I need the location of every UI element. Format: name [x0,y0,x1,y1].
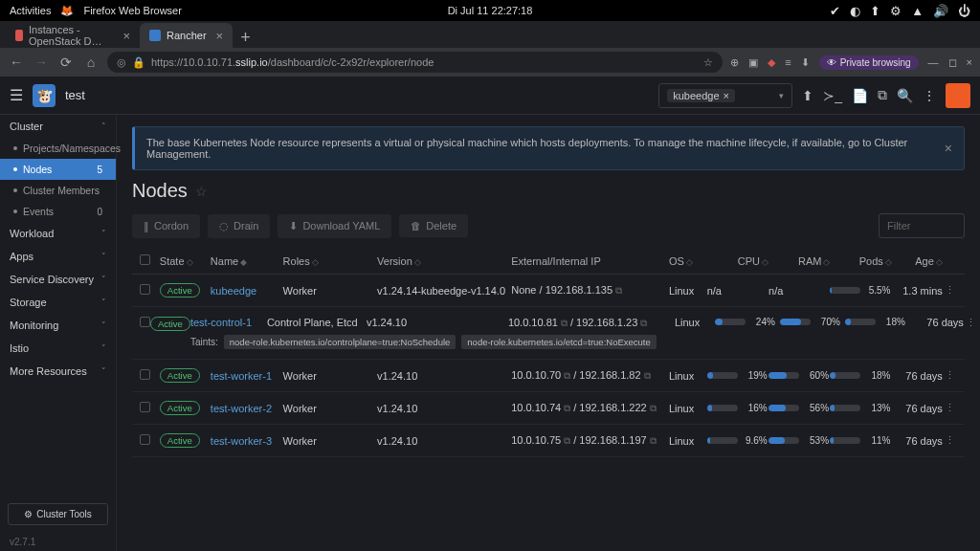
filter-input[interactable]: Filter [879,213,965,238]
sidebar-section-cluster[interactable]: Cluster˄ [0,115,116,138]
tray-icon[interactable]: 🔊 [933,4,948,18]
delete-button[interactable]: 🗑Delete [399,214,468,237]
kebab-icon[interactable]: ⋮ [923,88,936,103]
usage-bar [715,319,746,325]
col-version[interactable]: Version◇ [377,255,511,267]
copy-icon[interactable]: ⧉ [640,318,647,328]
home-button[interactable]: ⌂ [82,55,100,70]
breadcrumb[interactable]: test [65,88,85,102]
favorite-star-icon[interactable]: ☆ [195,184,208,199]
reload-button[interactable]: ⟳ [57,55,75,70]
tray-icon[interactable]: ⚙ [890,4,902,18]
download-yaml-button[interactable]: ⬇Download YAML [278,214,391,238]
node-link[interactable]: test-worker-1 [211,370,272,382]
col-state[interactable]: State◇ [160,255,211,267]
action-toolbar: ‖Cordon ◌Drain ⬇Download YAML 🗑Delete Fi… [132,213,965,238]
copy-icon[interactable]: ⧉ [644,370,651,381]
row-checkbox[interactable] [140,402,150,412]
node-link[interactable]: kubeedge [211,285,256,297]
minimize-icon[interactable]: — [928,56,939,68]
tray-icon[interactable]: ◐ [850,4,860,18]
sidebar-section[interactable]: Workload˅ [0,222,116,245]
row-checkbox[interactable] [140,369,150,380]
ext-icon[interactable]: ▣ [748,56,758,69]
cluster-tools-button[interactable]: ⚙ Cluster Tools [8,503,108,525]
row-checkbox[interactable] [140,284,150,295]
usage-pct: 9.6% [743,435,768,446]
clock[interactable]: Di Jul 11 22:27:18 [448,5,533,16]
browser-tab[interactable]: Instances - OpenStack D… × [6,23,140,48]
copy-icon[interactable]: ⧉ [564,403,570,413]
avatar[interactable] [946,83,970,108]
activities-button[interactable]: Activities [10,5,51,16]
search-icon[interactable]: 🔍 [897,88,913,103]
pause-icon: ‖ [144,220,149,232]
row-checkbox[interactable] [140,317,150,327]
close-tab-icon[interactable]: × [122,29,130,43]
tray-icon[interactable]: ✔ [830,4,840,18]
col-age[interactable]: Age◇ [892,255,943,267]
close-banner-icon[interactable]: × [945,141,952,156]
node-link[interactable]: test-worker-2 [211,403,272,414]
forward-button[interactable]: → [33,55,50,70]
node-link[interactable]: test-worker-3 [211,435,272,447]
sidebar-item[interactable]: Projects/Namespaces [0,138,116,159]
rancher-logo-icon[interactable]: 🐮 [33,84,56,107]
copy-icon[interactable]: ⧉ [615,285,622,296]
sidebar-item[interactable]: Events0 [0,201,116,222]
row-checkbox[interactable] [140,434,150,445]
copy-icon[interactable]: ⧉ [650,435,657,446]
close-window-icon[interactable]: × [967,56,972,68]
sidebar-section[interactable]: Storage˅ [0,291,116,314]
row-actions-icon[interactable]: ⋮ [945,369,955,381]
col-ip[interactable]: External/Internal IP [511,255,669,267]
tray-icon[interactable]: ⏻ [958,4,970,18]
chip-remove-icon[interactable]: × [724,90,729,101]
back-button[interactable]: ← [8,55,25,70]
shell-icon[interactable]: ≻_ [823,88,842,103]
col-ram[interactable]: RAM◇ [768,255,830,267]
col-os[interactable]: OS◇ [669,255,707,267]
col-cpu[interactable]: CPU◇ [707,255,768,267]
copy-icon[interactable]: ⧉ [878,87,887,103]
sidebar-section[interactable]: Service Discovery˅ [0,268,116,291]
cordon-button[interactable]: ‖Cordon [132,214,200,238]
row-actions-icon[interactable]: ⋮ [945,284,955,296]
sidebar-item[interactable]: Nodes5 [0,159,116,180]
url-input[interactable]: ◎ 🔒 https://10.0.10.71.sslip.io/dashboar… [107,52,723,73]
col-roles[interactable]: Roles◇ [283,255,377,267]
sidebar-section[interactable]: Istio˅ [0,337,116,360]
sidebar-section[interactable]: Apps˅ [0,245,116,268]
copy-icon[interactable]: ⧉ [561,318,568,328]
ext-icon[interactable]: ⊕ [730,56,739,69]
drain-button[interactable]: ◌Drain [208,214,270,238]
downloads-icon[interactable]: ⬇ [801,56,810,69]
tray-icon[interactable]: ▲ [911,4,924,18]
row-actions-icon[interactable]: ⋮ [966,317,976,328]
sidebar-section[interactable]: Monitoring˅ [0,314,116,337]
row-actions-icon[interactable]: ⋮ [945,434,955,446]
browser-tab[interactable]: Rancher × [140,23,233,48]
select-all-checkbox[interactable] [140,254,150,265]
copy-icon[interactable]: ⧉ [564,370,570,381]
ext-icon[interactable]: ≡ [785,56,791,68]
sidebar-item[interactable]: Cluster Members [0,180,116,201]
new-tab-button[interactable]: + [233,28,258,48]
download-kubeconfig-icon[interactable]: 📄 [852,88,868,103]
row-actions-icon[interactable]: ⋮ [945,402,955,413]
sidebar-section[interactable]: More Resources˅ [0,360,116,383]
close-tab-icon[interactable]: × [216,29,224,43]
ext-icon[interactable]: ◆ [768,56,775,69]
col-name[interactable]: Name◆ [211,255,283,267]
menu-button[interactable]: ☰ [10,86,23,104]
shield-icon[interactable]: ◎ [117,56,126,69]
import-icon[interactable]: ⬆ [802,88,813,103]
copy-icon[interactable]: ⧉ [650,403,657,413]
node-link[interactable]: test-control-1 [190,317,252,328]
maximize-icon[interactable]: ◻ [948,56,957,69]
bookmark-star-icon[interactable]: ☆ [703,56,713,69]
namespace-filter[interactable]: kubeedge × ▾ [658,83,792,108]
col-pods[interactable]: Pods◇ [830,255,891,267]
tray-icon[interactable]: ⬆ [870,4,880,18]
copy-icon[interactable]: ⧉ [564,435,570,446]
